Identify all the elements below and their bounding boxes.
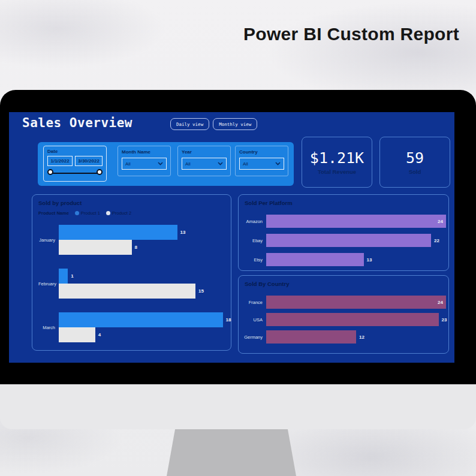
kpi-total-revenue-value: $1.21K xyxy=(310,149,364,167)
chevron-down-icon xyxy=(218,162,223,165)
month-name-filter: Month Name All xyxy=(118,146,171,176)
kpi-sold-label: Sold xyxy=(409,168,421,175)
bar-value-label: 23 xyxy=(442,317,447,323)
category-label: February xyxy=(38,281,59,287)
slider-track xyxy=(52,173,98,174)
slider-handle-end[interactable] xyxy=(97,169,103,175)
date-end-input[interactable]: 3/30/2022 xyxy=(75,156,103,166)
month-name-filter-label: Month Name xyxy=(122,149,167,155)
bar-group: Amazon24 xyxy=(242,215,444,228)
legend-item-product-1[interactable]: Product 1 xyxy=(75,210,100,216)
bar-group: March184 xyxy=(38,312,226,342)
date-range-slider[interactable] xyxy=(47,168,103,179)
bar-group: France24 xyxy=(242,296,444,309)
country-dropdown-value: All xyxy=(243,161,248,167)
country-filter-label: Country xyxy=(239,149,284,155)
legend-label: Product 2 xyxy=(112,210,131,216)
date-filter-label: Date xyxy=(47,149,103,154)
bar-group: Etsy13 xyxy=(242,253,444,266)
sold-by-country-title: Sold By Country xyxy=(239,276,448,287)
view-buttons: Daily view Monthly view xyxy=(170,118,257,130)
category-label: Ebay xyxy=(242,238,266,243)
monitor-bezel: Sales Overview Daily view Monthly view D… xyxy=(0,90,476,384)
bar-group: Ebay22 xyxy=(242,234,444,247)
bar-value-label: 24 xyxy=(438,300,443,305)
slider-handle-start[interactable] xyxy=(47,169,53,175)
bar-usa[interactable] xyxy=(266,313,439,326)
country-filter: Country All xyxy=(235,146,288,176)
kpi-sold: 59 Sold xyxy=(379,137,450,188)
legend-title: Product Name xyxy=(38,210,69,216)
legend-item-product-2[interactable]: Product 2 xyxy=(106,210,131,216)
kpi-sold-value: 59 xyxy=(406,149,424,167)
country-dropdown[interactable]: All xyxy=(239,158,284,170)
monitor-chin xyxy=(0,384,476,429)
legend-dot-icon xyxy=(75,211,79,215)
bar-france[interactable]: 24 xyxy=(266,296,446,309)
category-label: January xyxy=(38,237,59,243)
sold-by-product-panel: Sold by product Product Name Product 1 P… xyxy=(32,194,231,351)
bar-march-product-2[interactable] xyxy=(59,327,95,342)
month-name-dropdown-value: All xyxy=(125,161,131,167)
bar-value-label: 1 xyxy=(71,273,73,279)
dashboard-screen: Sales Overview Daily view Monthly view D… xyxy=(9,112,454,363)
dashboard-title: Sales Overview xyxy=(22,116,132,130)
sold-by-country-chart: France24USA23Germany12 xyxy=(239,287,448,344)
bar-value-label: 4 xyxy=(98,332,101,338)
bar-january-product-2[interactable] xyxy=(59,240,132,255)
sold-by-product-chart: January138February115March184 xyxy=(32,216,231,342)
year-dropdown-value: All xyxy=(185,161,191,167)
bar-ebay[interactable] xyxy=(266,234,431,247)
chart-legend: Product Name Product 1 Product 2 xyxy=(32,206,231,216)
sold-per-platform-title: Sold Per Platform xyxy=(239,195,448,206)
sold-by-product-title: Sold by product xyxy=(32,195,231,206)
page-title: Power BI Custom Report xyxy=(243,24,459,44)
category-label: Germany xyxy=(242,335,266,340)
bar-february-product-2[interactable] xyxy=(59,284,195,299)
bar-february-product-1[interactable] xyxy=(59,269,68,284)
category-label: Etsy xyxy=(242,257,266,263)
year-filter: Year All xyxy=(177,146,231,176)
year-filter-label: Year xyxy=(182,149,227,155)
bar-value-label: 22 xyxy=(434,238,439,243)
filter-bar: Date 1/1/2022 3/30/2022 Month Name All xyxy=(38,142,294,186)
bar-group: January138 xyxy=(38,225,226,255)
bar-value-label: 8 xyxy=(135,245,137,250)
category-label: Amazon xyxy=(242,219,266,224)
bar-group: February115 xyxy=(38,269,226,299)
bar-value-label: 13 xyxy=(367,257,372,263)
daily-view-button[interactable]: Daily view xyxy=(170,118,209,130)
bar-value-label: 12 xyxy=(359,335,364,340)
category-label: March xyxy=(38,325,59,330)
chevron-down-icon xyxy=(275,162,281,165)
kpi-total-revenue: $1.21K Total Revenue xyxy=(302,137,372,188)
sold-per-platform-chart: Amazon24Ebay22Etsy13 xyxy=(239,206,448,266)
legend-dot-icon xyxy=(106,211,110,215)
date-filter: Date 1/1/2022 3/30/2022 xyxy=(43,146,107,182)
monitor-stand xyxy=(167,429,296,476)
monthly-view-button[interactable]: Monthly view xyxy=(213,118,257,130)
bar-march-product-1[interactable] xyxy=(59,312,223,327)
kpi-total-revenue-label: Total Revenue xyxy=(318,168,356,175)
legend-label: Product 1 xyxy=(81,210,100,216)
bar-value-label: 15 xyxy=(198,288,204,294)
month-name-dropdown[interactable]: All xyxy=(122,158,167,170)
year-dropdown[interactable]: All xyxy=(182,158,227,170)
bar-etsy[interactable] xyxy=(266,253,364,266)
bar-amazon[interactable]: 24 xyxy=(266,215,446,228)
bar-group: USA23 xyxy=(242,313,444,326)
sold-per-platform-panel: Sold Per Platform Amazon24Ebay22Etsy13 xyxy=(238,194,449,271)
category-label: USA xyxy=(242,317,266,323)
bar-value-label: 24 xyxy=(438,219,443,224)
chevron-down-icon xyxy=(158,162,163,165)
bar-january-product-1[interactable] xyxy=(59,225,177,240)
sold-by-country-panel: Sold By Country France24USA23Germany12 xyxy=(238,275,449,354)
bar-value-label: 13 xyxy=(180,230,186,235)
bar-value-label: 18 xyxy=(226,317,231,323)
category-label: France xyxy=(242,300,266,305)
bar-germany[interactable] xyxy=(266,330,356,344)
date-start-input[interactable]: 1/1/2022 xyxy=(47,156,73,166)
bar-group: Germany12 xyxy=(242,330,444,344)
